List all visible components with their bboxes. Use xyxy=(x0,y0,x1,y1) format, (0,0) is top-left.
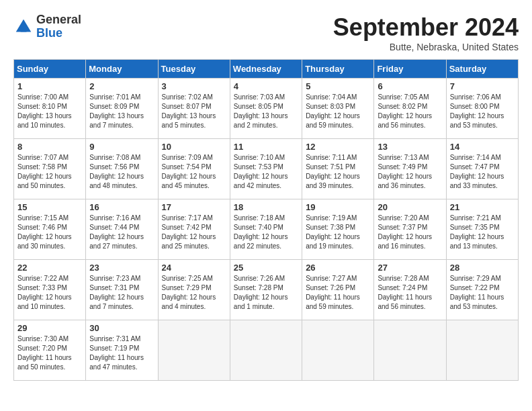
day-number: 5 xyxy=(306,81,370,91)
day-number: 23 xyxy=(89,263,154,273)
day-info: Sunrise: 7:23 AM Sunset: 7:31 PM Dayligh… xyxy=(89,274,154,312)
calendar-day-cell: 27 Sunrise: 7:28 AM Sunset: 7:24 PM Dayl… xyxy=(374,260,446,320)
day-number: 30 xyxy=(89,323,154,333)
day-info: Sunrise: 7:17 AM Sunset: 7:42 PM Dayligh… xyxy=(162,214,226,251)
calendar-table: SundayMondayTuesdayWednesdayThursdayFrid… xyxy=(13,59,519,381)
day-info: Sunrise: 7:30 AM Sunset: 7:20 PM Dayligh… xyxy=(17,334,82,372)
day-number: 22 xyxy=(17,263,82,273)
day-info: Sunrise: 7:08 AM Sunset: 7:56 PM Dayligh… xyxy=(89,153,154,191)
calendar-day-cell: 6 Sunrise: 7:05 AM Sunset: 8:02 PM Dayli… xyxy=(374,79,446,139)
calendar-week-row: 29 Sunrise: 7:30 AM Sunset: 7:20 PM Dayl… xyxy=(14,320,519,381)
day-number: 11 xyxy=(234,142,298,152)
page-header: General Blue September 2024 Butte, Nebra… xyxy=(13,13,519,52)
day-number: 27 xyxy=(378,263,442,273)
day-number: 14 xyxy=(450,142,515,152)
logo-icon xyxy=(13,17,34,37)
day-info: Sunrise: 7:25 AM Sunset: 7:29 PM Dayligh… xyxy=(162,274,226,312)
day-number: 6 xyxy=(378,81,442,91)
calendar-day-cell xyxy=(446,320,518,381)
calendar-day-cell xyxy=(374,320,446,381)
calendar-day-cell: 11 Sunrise: 7:10 AM Sunset: 7:53 PM Dayl… xyxy=(230,139,302,199)
calendar-day-cell: 16 Sunrise: 7:16 AM Sunset: 7:44 PM Dayl… xyxy=(86,199,158,260)
day-info: Sunrise: 7:16 AM Sunset: 7:44 PM Dayligh… xyxy=(89,214,154,251)
day-info: Sunrise: 7:27 AM Sunset: 7:26 PM Dayligh… xyxy=(306,274,370,312)
day-number: 21 xyxy=(450,202,515,212)
day-info: Sunrise: 7:28 AM Sunset: 7:24 PM Dayligh… xyxy=(378,274,442,312)
weekday-header: Tuesday xyxy=(158,60,230,79)
day-number: 18 xyxy=(234,202,298,212)
day-number: 17 xyxy=(162,202,226,212)
calendar-day-cell: 24 Sunrise: 7:25 AM Sunset: 7:29 PM Dayl… xyxy=(158,260,230,320)
calendar-day-cell xyxy=(302,320,374,381)
day-info: Sunrise: 7:03 AM Sunset: 8:05 PM Dayligh… xyxy=(234,93,298,130)
day-info: Sunrise: 7:10 AM Sunset: 7:53 PM Dayligh… xyxy=(234,153,298,191)
calendar-day-cell: 14 Sunrise: 7:14 AM Sunset: 7:47 PM Dayl… xyxy=(446,139,518,199)
day-info: Sunrise: 7:09 AM Sunset: 7:54 PM Dayligh… xyxy=(162,153,226,191)
weekday-header: Monday xyxy=(86,60,158,79)
calendar-day-cell: 26 Sunrise: 7:27 AM Sunset: 7:26 PM Dayl… xyxy=(302,260,374,320)
day-info: Sunrise: 7:21 AM Sunset: 7:35 PM Dayligh… xyxy=(450,214,515,251)
day-info: Sunrise: 7:04 AM Sunset: 8:03 PM Dayligh… xyxy=(306,93,370,130)
day-number: 25 xyxy=(234,263,298,273)
month-title: September 2024 xyxy=(333,13,519,42)
day-number: 20 xyxy=(378,202,442,212)
weekday-header: Wednesday xyxy=(230,60,302,79)
calendar-day-cell xyxy=(158,320,230,381)
day-info: Sunrise: 7:06 AM Sunset: 8:00 PM Dayligh… xyxy=(450,93,515,130)
calendar-day-cell: 20 Sunrise: 7:20 AM Sunset: 7:37 PM Dayl… xyxy=(374,199,446,260)
day-info: Sunrise: 7:22 AM Sunset: 7:33 PM Dayligh… xyxy=(17,274,82,312)
day-number: 12 xyxy=(306,142,370,152)
day-info: Sunrise: 7:01 AM Sunset: 8:09 PM Dayligh… xyxy=(89,93,154,130)
calendar-day-cell: 29 Sunrise: 7:30 AM Sunset: 7:20 PM Dayl… xyxy=(14,320,86,381)
calendar-day-cell: 4 Sunrise: 7:03 AM Sunset: 8:05 PM Dayli… xyxy=(230,79,302,139)
calendar-day-cell: 3 Sunrise: 7:02 AM Sunset: 8:07 PM Dayli… xyxy=(158,79,230,139)
day-info: Sunrise: 7:20 AM Sunset: 7:37 PM Dayligh… xyxy=(378,214,442,251)
day-number: 2 xyxy=(89,81,154,91)
logo-blue: Blue xyxy=(36,26,62,40)
calendar-day-cell: 22 Sunrise: 7:22 AM Sunset: 7:33 PM Dayl… xyxy=(14,260,86,320)
weekday-header: Thursday xyxy=(302,60,374,79)
day-info: Sunrise: 7:26 AM Sunset: 7:28 PM Dayligh… xyxy=(234,274,298,312)
day-number: 7 xyxy=(450,81,515,91)
day-number: 9 xyxy=(89,142,154,152)
calendar-day-cell: 9 Sunrise: 7:08 AM Sunset: 7:56 PM Dayli… xyxy=(86,139,158,199)
calendar-day-cell: 23 Sunrise: 7:23 AM Sunset: 7:31 PM Dayl… xyxy=(86,260,158,320)
calendar-day-cell: 18 Sunrise: 7:18 AM Sunset: 7:40 PM Dayl… xyxy=(230,199,302,260)
day-info: Sunrise: 7:11 AM Sunset: 7:51 PM Dayligh… xyxy=(306,153,370,191)
calendar-week-row: 8 Sunrise: 7:07 AM Sunset: 7:58 PM Dayli… xyxy=(14,139,519,199)
location: Butte, Nebraska, United States xyxy=(333,42,519,52)
calendar-day-cell: 19 Sunrise: 7:19 AM Sunset: 7:38 PM Dayl… xyxy=(302,199,374,260)
day-number: 16 xyxy=(89,202,154,212)
svg-rect-1 xyxy=(21,26,27,32)
calendar-day-cell: 17 Sunrise: 7:17 AM Sunset: 7:42 PM Dayl… xyxy=(158,199,230,260)
day-number: 19 xyxy=(306,202,370,212)
calendar-day-cell: 5 Sunrise: 7:04 AM Sunset: 8:03 PM Dayli… xyxy=(302,79,374,139)
logo: General Blue xyxy=(13,13,81,40)
day-info: Sunrise: 7:15 AM Sunset: 7:46 PM Dayligh… xyxy=(17,214,82,251)
calendar-day-cell: 2 Sunrise: 7:01 AM Sunset: 8:09 PM Dayli… xyxy=(86,79,158,139)
calendar-day-cell: 1 Sunrise: 7:00 AM Sunset: 8:10 PM Dayli… xyxy=(14,79,86,139)
calendar-week-row: 15 Sunrise: 7:15 AM Sunset: 7:46 PM Dayl… xyxy=(14,199,519,260)
calendar-day-cell: 10 Sunrise: 7:09 AM Sunset: 7:54 PM Dayl… xyxy=(158,139,230,199)
weekday-header: Sunday xyxy=(14,60,86,79)
day-number: 1 xyxy=(17,81,82,91)
day-info: Sunrise: 7:29 AM Sunset: 7:22 PM Dayligh… xyxy=(450,274,515,312)
day-info: Sunrise: 7:05 AM Sunset: 8:02 PM Dayligh… xyxy=(378,93,442,130)
calendar-day-cell: 13 Sunrise: 7:13 AM Sunset: 7:49 PM Dayl… xyxy=(374,139,446,199)
day-number: 3 xyxy=(162,81,226,91)
calendar-week-row: 1 Sunrise: 7:00 AM Sunset: 8:10 PM Dayli… xyxy=(14,79,519,139)
day-info: Sunrise: 7:18 AM Sunset: 7:40 PM Dayligh… xyxy=(234,214,298,251)
day-number: 4 xyxy=(234,81,298,91)
calendar-day-cell: 8 Sunrise: 7:07 AM Sunset: 7:58 PM Dayli… xyxy=(14,139,86,199)
calendar-day-cell: 12 Sunrise: 7:11 AM Sunset: 7:51 PM Dayl… xyxy=(302,139,374,199)
logo-text: General Blue xyxy=(36,13,81,40)
calendar-day-cell: 21 Sunrise: 7:21 AM Sunset: 7:35 PM Dayl… xyxy=(446,199,518,260)
day-info: Sunrise: 7:31 AM Sunset: 7:19 PM Dayligh… xyxy=(89,334,154,372)
calendar-day-cell xyxy=(230,320,302,381)
calendar-day-cell: 25 Sunrise: 7:26 AM Sunset: 7:28 PM Dayl… xyxy=(230,260,302,320)
day-info: Sunrise: 7:14 AM Sunset: 7:47 PM Dayligh… xyxy=(450,153,515,191)
calendar-day-cell: 28 Sunrise: 7:29 AM Sunset: 7:22 PM Dayl… xyxy=(446,260,518,320)
day-info: Sunrise: 7:07 AM Sunset: 7:58 PM Dayligh… xyxy=(17,153,82,191)
weekday-header: Friday xyxy=(374,60,446,79)
day-number: 10 xyxy=(162,142,226,152)
